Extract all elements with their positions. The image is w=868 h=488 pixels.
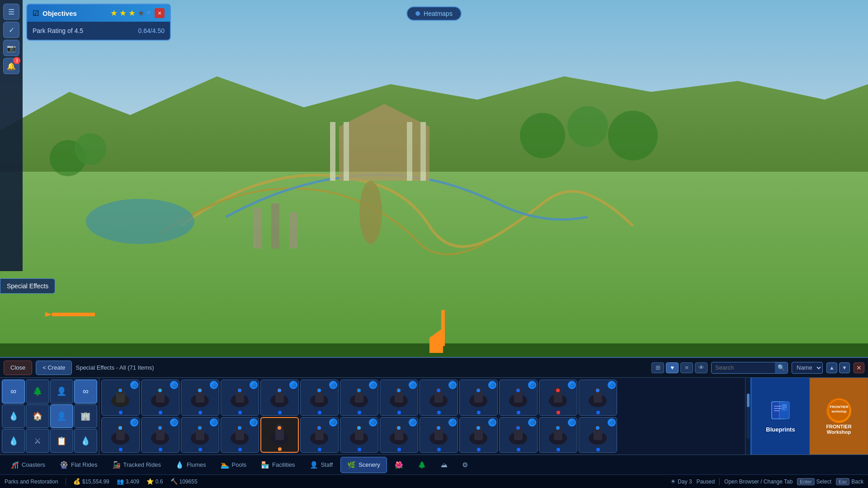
star-2: ★ <box>119 8 127 18</box>
nav-tab-extra2[interactable]: 🌲 <box>411 457 433 473</box>
item-cell-8[interactable]: 🔵 <box>221 417 259 453</box>
filter-btn-view[interactable]: ⊞ <box>651 362 664 373</box>
item-cell-3[interactable]: 🔵 <box>141 380 179 416</box>
nav-tab-staff[interactable]: 👤 Staff <box>303 457 340 473</box>
nav-tab-extra4[interactable]: ⚙ <box>455 457 475 473</box>
item-cell-10[interactable] <box>260 417 299 453</box>
blueprints-panel-item[interactable]: Blueprints <box>751 378 810 455</box>
item-cell-24[interactable]: 🔵 <box>539 417 577 453</box>
filter-btn-list[interactable]: ≡ <box>680 362 693 373</box>
panel-close-button[interactable]: ✕ <box>854 362 864 373</box>
icon-panel-building[interactable]: 🏢 <box>74 404 97 428</box>
svg-point-7 <box>86 199 194 244</box>
item-badge-19: 🔵 <box>488 381 496 389</box>
item-icon-10 <box>267 422 292 447</box>
icon-panel-water2[interactable]: 💧 <box>2 429 25 453</box>
nav-tab-pools[interactable]: 🏊 Pools <box>214 457 254 473</box>
item-cell-11[interactable]: 🔵 <box>300 380 339 416</box>
item-cell-6[interactable]: 🔵 <box>181 417 219 453</box>
heatmaps-label: Heatmaps <box>424 10 453 17</box>
icon-panel-infinity[interactable]: ∞ <box>2 380 25 404</box>
nav-up-button[interactable]: ▲ <box>826 362 837 373</box>
item-icon-17 <box>426 385 451 410</box>
sort-select[interactable]: Name <box>792 362 823 374</box>
item-cell-26[interactable]: 🔵 <box>579 417 617 453</box>
item-cell-9[interactable]: 🔵 <box>260 380 299 416</box>
nav-down-button[interactable]: ▼ <box>839 362 850 373</box>
search-box: 🔍 <box>711 362 788 374</box>
search-input[interactable] <box>712 364 775 371</box>
close-button[interactable]: Close <box>4 361 32 375</box>
filter-btn-eye[interactable]: 👁 <box>695 362 708 373</box>
icon-panel-book[interactable]: 📋 <box>50 429 73 453</box>
objectives-close-button[interactable]: × <box>155 8 165 18</box>
scroll-track <box>747 394 750 439</box>
items-grid[interactable]: 🔵 🔵 🔵 🔵 <box>99 378 745 455</box>
item-cell-15[interactable]: 🔵 <box>380 380 418 416</box>
item-cell-22[interactable]: 🔵 <box>499 417 538 453</box>
coasters-label: Coasters <box>22 461 45 468</box>
item-color-bar-10 <box>278 447 282 451</box>
item-cell-5[interactable]: 🔵 <box>181 380 219 416</box>
item-cell-23[interactable]: 🔵 <box>539 380 577 416</box>
nav-tab-scenery[interactable]: 🌿 Scenery <box>340 457 387 473</box>
svg-text:workshop: workshop <box>831 410 846 413</box>
item-cell-7[interactable]: 🔵 <box>221 380 259 416</box>
item-cell-12[interactable]: 🔵 <box>300 417 339 453</box>
create-button[interactable]: < Create <box>36 361 72 375</box>
item-badge-26: 🔵 <box>608 418 616 427</box>
extra2-icon: 🌲 <box>418 461 426 469</box>
item-color-bar-13 <box>358 411 361 414</box>
item-cell-19[interactable]: 🔵 <box>459 380 498 416</box>
icon-panel-house[interactable]: 🏠 <box>26 404 49 428</box>
heatmaps-button[interactable]: Heatmaps <box>406 6 462 21</box>
svg-point-39 <box>198 389 202 392</box>
sidebar-btn-menu[interactable]: ☰ <box>3 4 19 20</box>
item-cell-18[interactable]: 🔵 <box>420 417 458 453</box>
search-button[interactable]: 🔍 <box>775 362 788 374</box>
item-cell-25[interactable]: 🔵 <box>579 380 617 416</box>
item-cell-17[interactable]: 🔵 <box>420 380 458 416</box>
nav-tab-tracked-rides[interactable]: 🚂 Tracked Rides <box>105 457 168 473</box>
construction-icon: 🔨 <box>170 478 178 485</box>
icon-panel-person2[interactable]: 👤 <box>50 404 73 428</box>
icon-panel-infinity2[interactable]: ∞ <box>74 380 97 404</box>
blueprints-label: Blueprints <box>766 426 795 433</box>
filter-btn-heart[interactable]: ♥ <box>666 362 679 373</box>
special-effects-tab[interactable]: Special Effects <box>0 278 55 294</box>
icon-panel-tree[interactable]: 🌲 <box>26 380 49 404</box>
item-badge-21: 🔵 <box>528 381 536 389</box>
nav-tab-extra1[interactable]: 🌺 <box>388 457 410 473</box>
icon-panel-water[interactable]: 💧 <box>2 404 25 428</box>
item-cell-13[interactable]: 🔵 <box>340 380 378 416</box>
sidebar-btn-notification[interactable]: 🔔 3 <box>3 58 19 74</box>
sidebar-btn-camera[interactable]: 📷 <box>3 40 19 56</box>
icon-panel-water3[interactable]: 💧 <box>74 429 97 453</box>
item-cell-21[interactable]: 🔵 <box>499 380 538 416</box>
svg-point-63 <box>317 389 321 392</box>
svg-point-119 <box>596 389 599 392</box>
frontier-workshop-panel-item[interactable]: FRONTIER workshop FRONTIER Workshop <box>810 378 868 455</box>
icon-panel-sword[interactable]: ⚔ <box>26 429 49 453</box>
item-cell-2[interactable]: 🔵 <box>101 417 140 453</box>
item-cell-1[interactable]: 🔵 <box>101 380 140 416</box>
svg-point-35 <box>158 426 162 430</box>
svg-point-12 <box>608 111 658 160</box>
money-icon: 💰 <box>73 478 80 485</box>
item-cell-16[interactable]: 🔵 <box>380 417 418 453</box>
nav-tab-flumes[interactable]: 💧 Flumes <box>169 457 213 473</box>
nav-tab-facilities[interactable]: 🏪 Facilities <box>254 457 302 473</box>
item-color-bar-17 <box>437 411 441 414</box>
objective-label: Park Rating of 4.5 <box>33 27 83 34</box>
sidebar-btn-check[interactable]: ✓ <box>3 22 19 38</box>
nav-tab-extra3[interactable]: ⛰ <box>434 457 454 473</box>
svg-point-11 <box>567 106 608 147</box>
svg-rect-5 <box>420 122 426 181</box>
nav-tab-flat-rides[interactable]: 🎡 Flat Rides <box>53 457 104 473</box>
icon-panel-person[interactable]: 👤 <box>50 380 73 404</box>
item-cell-14[interactable]: 🔵 <box>340 417 378 453</box>
item-cell-4[interactable]: 🔵 <box>141 417 179 453</box>
nav-tab-coasters[interactable]: 🎢 Coasters <box>4 457 52 473</box>
esc-key: Esc <box>836 478 849 485</box>
item-cell-20[interactable]: 🔵 <box>459 417 498 453</box>
